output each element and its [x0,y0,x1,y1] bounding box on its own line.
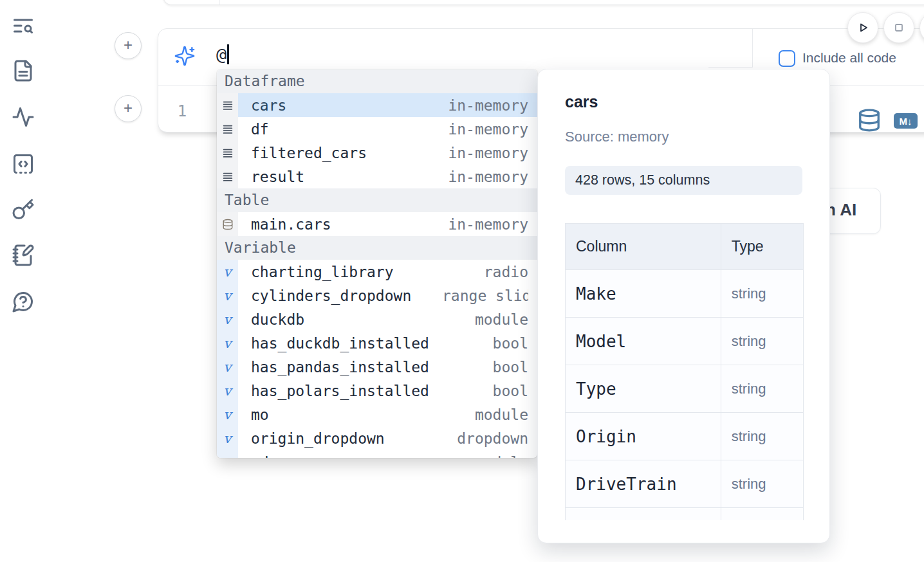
item-name: cylinders_dropdown [251,287,411,304]
column-name: Type [566,365,721,413]
dataframe-gutter [217,93,238,117]
dataframe-icon [222,171,234,183]
autocomplete-item[interactable]: filtered_carsin-memory [217,141,537,165]
ai-prompt-input[interactable]: @ [216,44,229,64]
previous-cell-divider [219,0,220,5]
variable-icon: v [224,264,232,280]
variable-gutter: v [217,284,238,307]
item-name: origin_dropdown [251,430,385,447]
item-name: main.cars [251,216,331,233]
variable-gutter: v [217,450,238,458]
schema-table-wrap: ColumnTypeMakestringModelstringTypestrin… [565,223,805,520]
item-name: cars [251,97,286,114]
table-database-icon [222,219,234,230]
variable-gutter: v [217,331,238,355]
item-type: bool [493,383,528,399]
item-type: bool [493,359,528,376]
variable-gutter: v [217,355,238,379]
dataframe-preview-panel: cars Source: memory 428 rows, 15 columns… [537,69,830,543]
variable-icon: v [224,288,232,304]
variable-gutter: v [217,307,238,331]
stop-cell-button[interactable] [883,12,914,43]
item-name: pd [251,454,269,458]
markdown-icon[interactable]: M↓ [894,113,918,129]
variable-gutter: v [217,260,238,284]
dataframe-icon [222,100,234,111]
help-chat-icon[interactable] [12,290,35,313]
prompt-input-border-segment [708,67,753,68]
schema-row: Typestring [566,365,804,413]
marimo-notebook: { "colors": { "accent_blue": "#3b82f6", … [0,0,924,562]
autocomplete-item[interactable]: main.carsin-memory [217,212,537,236]
dataframe-gutter [217,165,238,188]
item-type: radio [484,264,528,280]
run-cell-button[interactable] [847,12,878,43]
variable-icon: v [224,407,232,422]
dataframe-icon [222,123,234,135]
autocomplete-item[interactable]: vduckdbmodule [217,307,537,331]
item-name: has_duckdb_installed [251,335,429,352]
dataframe-gutter [217,117,238,141]
code-snippet-icon[interactable] [12,152,35,176]
include-all-code-label: Include all code [802,50,896,66]
schema-row: Originstring [566,413,804,460]
schema-row-partial [566,508,804,521]
autocomplete-item[interactable]: vpdmodule [217,450,537,458]
item-type: range_slider [442,287,528,304]
item-type: in-memory [448,97,528,114]
item-name: result [251,168,304,185]
autocomplete-item[interactable]: carsin-memory [217,93,537,117]
autocomplete-item[interactable]: vmomodule [217,403,537,426]
autocomplete-item[interactable]: vhas_duckdb_installedbool [217,331,537,355]
item-type: in-memory [448,216,528,233]
variable-icon: v [224,383,232,399]
column-name: Model [566,318,721,365]
column-type: string [721,318,803,365]
sparkles-icon [174,45,196,67]
schema-table: ColumnTypeMakestringModelstringTypestrin… [565,223,804,520]
autocomplete-item[interactable]: vhas_polars_installedbool [217,379,537,403]
variable-icon: v [224,455,232,458]
item-type: in-memory [448,145,528,161]
contents-search-icon[interactable] [12,14,35,37]
database-icon[interactable] [857,108,882,132]
item-name: duckdb [251,311,304,328]
add-cell-below-button[interactable]: + [115,95,142,122]
item-name: filtered_cars [251,145,367,161]
autocomplete-item[interactable]: resultin-memory [217,165,537,188]
variable-icon: v [224,431,232,446]
add-cell-above-button[interactable]: + [115,32,142,59]
item-type: in-memory [448,121,528,138]
activity-icon[interactable] [12,105,35,129]
autocomplete-item[interactable]: dfin-memory [217,117,537,141]
autocomplete-section-header: Dataframe [217,69,537,93]
panel-shape-chip: 428 rows, 15 columns [565,166,802,195]
previous-cell-edge [163,0,924,5]
table-gutter [217,212,238,236]
panel-title: cars [565,93,598,111]
item-name: mo [251,406,269,423]
play-icon [855,20,871,35]
column-type: string [721,460,803,508]
schema-row: Modelstring [566,318,804,365]
include-all-code-checkbox[interactable] [779,50,795,67]
column-name: Make [566,270,721,318]
scratchpad-icon[interactable] [12,244,35,267]
variable-icon: v [224,336,232,351]
document-icon[interactable] [12,59,35,82]
column-type: string [721,270,803,318]
item-name: has_pandas_installed [251,359,429,376]
schema-row: DriveTrainstring [566,460,804,508]
column-type: string [721,413,803,460]
key-icon[interactable] [12,198,35,221]
autocomplete-item[interactable]: vcharting_libraryradio [217,260,537,284]
autocomplete-item[interactable]: vorigin_dropdowndropdown [217,426,537,450]
ai-prompt-value: @ [216,44,226,64]
column-type: string [721,365,803,413]
autocomplete-item[interactable]: vhas_pandas_installedbool [217,355,537,379]
variable-gutter: v [217,403,238,426]
schema-row: Makestring [566,270,804,318]
item-type: module [475,406,528,423]
panel-source: Source: memory [565,129,669,145]
autocomplete-item[interactable]: vcylinders_dropdownrange_slider [217,284,537,307]
